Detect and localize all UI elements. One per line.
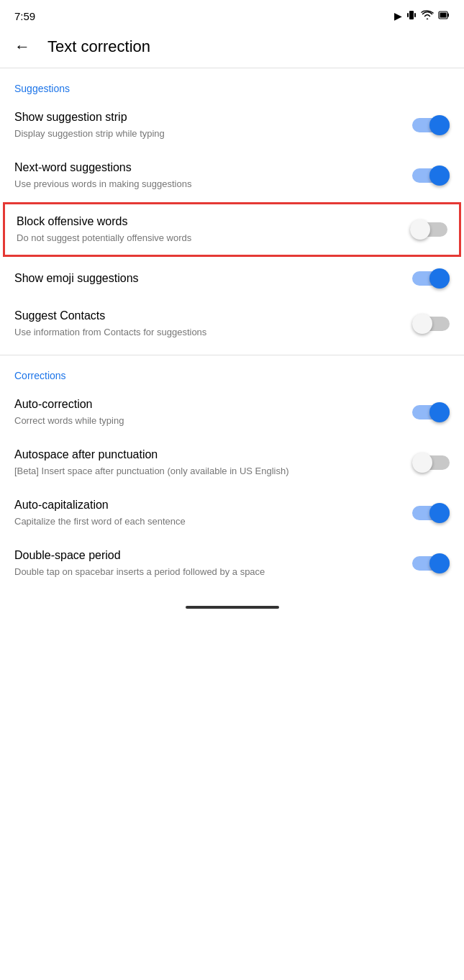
play-icon: ▶ (394, 10, 402, 22)
setting-title-double-space-period: Double-space period (14, 548, 401, 563)
toggle-thumb-suggest-contacts (412, 314, 432, 334)
setting-row-autospace-after-punctuation[interactable]: Autospace after punctuation[Beta] Insert… (0, 437, 464, 488)
setting-title-auto-capitalization: Auto-capitalization (14, 498, 401, 513)
toggle-auto-correction[interactable] (412, 402, 450, 422)
toggle-block-offensive-words[interactable] (410, 219, 447, 240)
section-suggestions: SuggestionsShow suggestion stripDisplay … (0, 68, 464, 355)
setting-subtitle-next-word-suggestions: Use previous words in making suggestions (14, 178, 401, 191)
bottom-indicator (0, 594, 464, 620)
setting-row-suggest-contacts[interactable]: Suggest ContactsUse information from Con… (0, 299, 464, 349)
back-button[interactable]: ← (12, 35, 33, 59)
setting-text-auto-correction: Auto-correctionCorrect words while typin… (14, 397, 412, 427)
setting-text-auto-capitalization: Auto-capitalizationCapitalize the first … (14, 498, 412, 528)
setting-subtitle-auto-capitalization: Capitalize the first word of each senten… (14, 515, 401, 528)
setting-text-autospace-after-punctuation: Autospace after punctuation[Beta] Insert… (14, 448, 412, 478)
setting-title-show-emoji-suggestions: Show emoji suggestions (14, 271, 401, 286)
section-label-corrections: Corrections (0, 355, 464, 387)
setting-title-show-suggestion-strip: Show suggestion strip (14, 110, 401, 125)
toggle-thumb-block-offensive-words (410, 219, 430, 240)
toggle-thumb-show-emoji-suggestions (429, 268, 450, 289)
setting-subtitle-autospace-after-punctuation: [Beta] Insert space after punctuation (o… (14, 465, 401, 478)
svg-rect-4 (447, 13, 449, 17)
setting-text-next-word-suggestions: Next-word suggestionsUse previous words … (14, 160, 412, 191)
toggle-suggest-contacts[interactable] (412, 314, 450, 334)
wifi-icon (421, 10, 434, 22)
toggle-thumb-auto-correction (429, 402, 450, 422)
setting-subtitle-show-suggestion-strip: Display suggestion strip while typing (14, 127, 401, 140)
setting-text-suggest-contacts: Suggest ContactsUse information from Con… (14, 309, 412, 339)
setting-subtitle-auto-correction: Correct words while typing (14, 414, 401, 427)
toggle-thumb-autospace-after-punctuation (412, 453, 432, 473)
setting-row-auto-correction[interactable]: Auto-correctionCorrect words while typin… (0, 387, 464, 437)
setting-text-show-suggestion-strip: Show suggestion stripDisplay suggestion … (14, 110, 412, 140)
vibrate-icon (406, 9, 417, 23)
setting-text-block-offensive-words: Block offensive wordsDo not suggest pote… (17, 214, 410, 245)
svg-rect-0 (409, 11, 414, 19)
setting-title-block-offensive-words: Block offensive words (17, 214, 399, 230)
battery-icon (438, 9, 450, 23)
toggle-autospace-after-punctuation[interactable] (412, 453, 450, 473)
setting-text-show-emoji-suggestions: Show emoji suggestions (14, 271, 412, 286)
setting-title-autospace-after-punctuation: Autospace after punctuation (14, 448, 401, 463)
setting-row-next-word-suggestions[interactable]: Next-word suggestionsUse previous words … (0, 150, 464, 201)
header: ← Text correction (0, 29, 464, 68)
setting-row-block-offensive-words[interactable]: Block offensive wordsDo not suggest pote… (3, 202, 461, 257)
status-time: 7:59 (14, 10, 35, 22)
svg-rect-2 (414, 13, 416, 17)
svg-rect-1 (407, 13, 409, 17)
toggle-show-emoji-suggestions[interactable] (412, 268, 450, 289)
setting-subtitle-double-space-period: Double tap on spacebar inserts a period … (14, 566, 401, 579)
toggle-next-word-suggestions[interactable] (412, 165, 450, 186)
home-indicator (186, 606, 279, 609)
setting-row-show-suggestion-strip[interactable]: Show suggestion stripDisplay suggestion … (0, 100, 464, 150)
setting-row-auto-capitalization[interactable]: Auto-capitalizationCapitalize the first … (0, 488, 464, 538)
setting-row-show-emoji-suggestions[interactable]: Show emoji suggestions (0, 258, 464, 299)
setting-row-double-space-period[interactable]: Double-space periodDouble tap on spaceba… (0, 538, 464, 589)
toggle-double-space-period[interactable] (412, 553, 450, 573)
toggle-thumb-auto-capitalization (429, 503, 450, 523)
page-title: Text correction (47, 37, 150, 56)
setting-title-auto-correction: Auto-correction (14, 397, 401, 412)
toggle-thumb-double-space-period (429, 553, 450, 573)
svg-rect-5 (440, 12, 447, 17)
setting-subtitle-suggest-contacts: Use information from Contacts for sugges… (14, 326, 401, 339)
status-icons: ▶ (394, 9, 450, 23)
section-label-suggestions: Suggestions (0, 68, 464, 100)
toggle-thumb-next-word-suggestions (429, 165, 450, 186)
status-bar: 7:59 ▶ (0, 0, 464, 29)
setting-text-double-space-period: Double-space periodDouble tap on spaceba… (14, 548, 412, 579)
toggle-thumb-show-suggestion-strip (429, 115, 450, 135)
toggle-show-suggestion-strip[interactable] (412, 115, 450, 135)
toggle-auto-capitalization[interactable] (412, 503, 450, 523)
setting-title-next-word-suggestions: Next-word suggestions (14, 160, 401, 176)
setting-title-suggest-contacts: Suggest Contacts (14, 309, 401, 324)
section-corrections: CorrectionsAuto-correctionCorrect words … (0, 355, 464, 589)
setting-subtitle-block-offensive-words: Do not suggest potentially offensive wor… (17, 232, 399, 245)
